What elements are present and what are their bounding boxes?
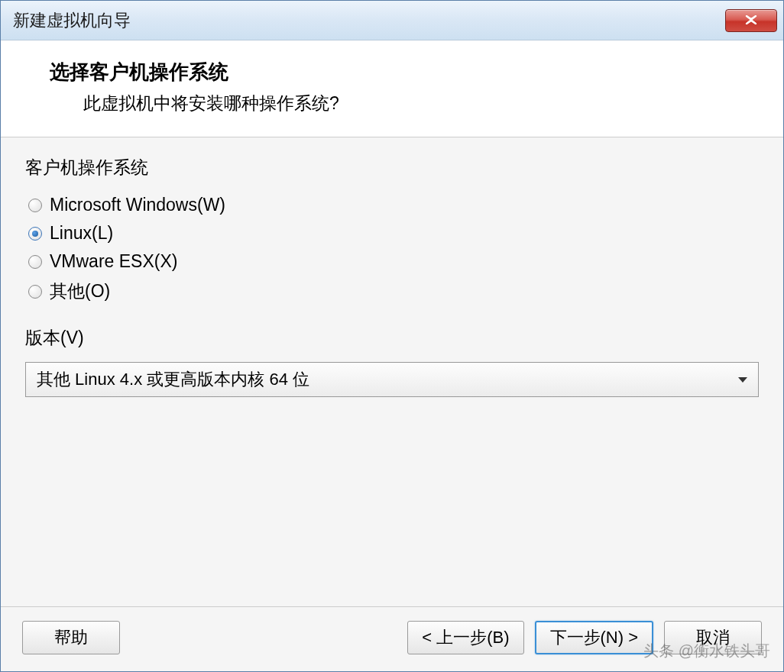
window-title: 新建虚拟机向导 (13, 9, 131, 32)
page-subtitle: 此虚拟机中将安装哪种操作系统? (50, 92, 768, 115)
radio-icon (28, 227, 42, 241)
radio-icon (28, 199, 42, 212)
version-dropdown[interactable]: 其他 Linux 4.x 或更高版本内核 64 位 (25, 362, 759, 397)
radio-other[interactable]: 其他(O) (28, 279, 759, 303)
close-button[interactable] (725, 9, 777, 32)
radio-label: 其他(O) (50, 279, 110, 303)
chevron-down-icon (738, 377, 747, 383)
help-button[interactable]: 帮助 (22, 621, 120, 654)
radio-label: VMware ESX(X) (50, 251, 177, 272)
radio-windows[interactable]: Microsoft Windows(W) (28, 195, 759, 215)
header-panel: 选择客户机操作系统 此虚拟机中将安装哪种操作系统? (1, 40, 783, 137)
footer: 帮助 < 上一步(B) 下一步(N) > 取消 (1, 606, 783, 671)
back-button[interactable]: < 上一步(B) (407, 621, 523, 654)
os-radio-group: Microsoft Windows(W) Linux(L) VMware ESX… (25, 195, 759, 303)
version-label: 版本(V) (25, 326, 759, 350)
radio-icon (28, 255, 42, 269)
page-title: 选择客户机操作系统 (50, 59, 768, 86)
wizard-window: 新建虚拟机向导 选择客户机操作系统 此虚拟机中将安装哪种操作系统? 客户机操作系… (0, 0, 784, 672)
next-button[interactable]: 下一步(N) > (535, 621, 654, 654)
radio-icon (28, 285, 42, 299)
radio-dot-icon (32, 231, 38, 237)
close-icon (745, 14, 757, 27)
radio-vmware-esx[interactable]: VMware ESX(X) (28, 251, 759, 272)
dropdown-selected-value: 其他 Linux 4.x 或更高版本内核 64 位 (37, 368, 309, 391)
content-area: 客户机操作系统 Microsoft Windows(W) Linux(L) VM… (1, 137, 783, 606)
titlebar: 新建虚拟机向导 (1, 1, 783, 40)
radio-label: Microsoft Windows(W) (50, 195, 225, 215)
cancel-button[interactable]: 取消 (664, 621, 762, 654)
os-group-label: 客户机操作系统 (25, 156, 759, 179)
radio-linux[interactable]: Linux(L) (28, 223, 759, 244)
radio-label: Linux(L) (50, 223, 113, 244)
